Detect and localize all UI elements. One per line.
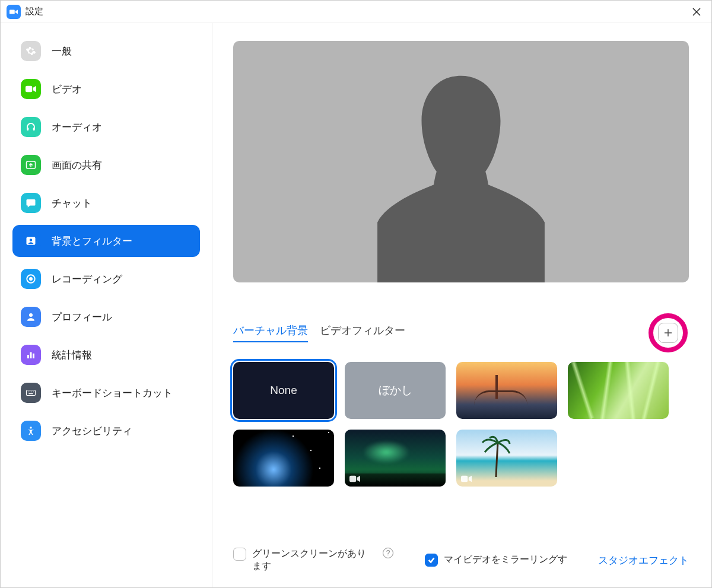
sidebar-item-label: オーディオ bbox=[52, 120, 102, 134]
svg-rect-20 bbox=[28, 393, 33, 395]
svg-point-21 bbox=[30, 427, 31, 428]
sidebar-item-profile[interactable]: プロフィール bbox=[12, 301, 200, 333]
sidebar-item-chat[interactable]: チャット bbox=[12, 187, 200, 219]
sidebar-item-accessibility[interactable]: アクセシビリティ bbox=[12, 415, 200, 447]
mirror-option: マイビデオをミラーリングす bbox=[425, 554, 567, 567]
mirror-checkbox[interactable] bbox=[425, 554, 438, 567]
greenscreen-label: グリーンスクリーンがあります bbox=[252, 548, 374, 573]
svg-rect-24 bbox=[349, 476, 356, 482]
svg-point-19 bbox=[33, 392, 34, 393]
mirror-label: マイビデオをミラーリングす bbox=[444, 554, 567, 566]
svg-point-18 bbox=[31, 392, 33, 393]
tile-label: ぼかし bbox=[379, 383, 412, 398]
video-icon bbox=[461, 475, 472, 483]
headphones-icon bbox=[21, 117, 41, 137]
svg-rect-25 bbox=[461, 476, 468, 482]
close-button[interactable] bbox=[688, 3, 705, 21]
svg-point-16 bbox=[28, 392, 29, 393]
sidebar-item-label: 背景とフィルター bbox=[52, 234, 132, 248]
sidebar-item-video[interactable]: ビデオ bbox=[12, 73, 200, 105]
background-tile-grass[interactable] bbox=[568, 362, 669, 419]
tab-video-filter[interactable]: ビデオフィルター bbox=[320, 323, 405, 342]
greenscreen-option: グリーンスクリーンがあります ? bbox=[233, 548, 393, 573]
titlebar: 設定 bbox=[1, 1, 711, 23]
add-background-highlight bbox=[647, 312, 689, 354]
sidebar-item-keyboard-shortcuts[interactable]: キーボードショートカット bbox=[12, 377, 200, 409]
sidebar-item-label: 画面の共有 bbox=[52, 158, 102, 172]
svg-rect-13 bbox=[30, 352, 32, 359]
stats-icon bbox=[21, 345, 41, 365]
sidebar-item-general[interactable]: 一般 bbox=[12, 35, 200, 67]
background-tile-aurora[interactable] bbox=[345, 430, 446, 487]
video-icon bbox=[349, 475, 360, 483]
tab-virtual-background[interactable]: バーチャル背景 bbox=[233, 323, 308, 342]
background-tile-blur[interactable]: ぼかし bbox=[345, 362, 446, 419]
gear-icon bbox=[21, 41, 41, 61]
video-preview bbox=[233, 41, 689, 282]
svg-rect-4 bbox=[27, 128, 28, 131]
video-icon bbox=[21, 79, 41, 99]
sidebar-item-label: チャット bbox=[52, 196, 92, 210]
sidebar-item-share-screen[interactable]: 画面の共有 bbox=[12, 149, 200, 181]
record-icon bbox=[21, 269, 41, 289]
greenscreen-checkbox[interactable] bbox=[233, 548, 246, 561]
svg-rect-3 bbox=[26, 86, 32, 93]
sidebar-item-label: アクセシビリティ bbox=[52, 424, 132, 438]
keyboard-icon bbox=[21, 383, 41, 403]
background-grid: None ぼかし bbox=[233, 362, 691, 487]
svg-rect-0 bbox=[9, 9, 15, 14]
sidebar-item-label: レコーディング bbox=[52, 272, 122, 286]
sidebar-item-label: キーボードショートカット bbox=[52, 386, 173, 400]
svg-rect-12 bbox=[27, 355, 29, 358]
sidebar-item-label: 一般 bbox=[52, 45, 72, 58]
svg-rect-14 bbox=[33, 354, 34, 358]
share-screen-icon bbox=[21, 155, 41, 175]
background-tile-beach[interactable] bbox=[456, 430, 557, 487]
person-icon bbox=[21, 231, 41, 251]
window-title: 設定 bbox=[26, 6, 43, 17]
avatar-silhouette bbox=[366, 57, 556, 282]
settings-window: 設定 一般 ビデオ オーディオ bbox=[0, 0, 712, 588]
app-icon bbox=[7, 5, 21, 19]
tabs: バーチャル背景 ビデオフィルター bbox=[233, 323, 405, 342]
background-tile-none[interactable]: None bbox=[233, 362, 334, 419]
sidebar-item-recording[interactable]: レコーディング bbox=[12, 263, 200, 295]
profile-icon bbox=[21, 307, 41, 327]
chat-icon bbox=[21, 193, 41, 213]
svg-point-10 bbox=[29, 277, 33, 281]
sidebar-item-label: プロフィール bbox=[52, 310, 112, 324]
accessibility-icon bbox=[21, 421, 41, 441]
sidebar: 一般 ビデオ オーディオ 画面の共有 bbox=[1, 23, 212, 587]
svg-point-11 bbox=[29, 313, 33, 317]
svg-point-8 bbox=[30, 239, 33, 241]
background-tile-earth[interactable] bbox=[233, 430, 334, 487]
tile-label: None bbox=[270, 384, 297, 397]
sidebar-item-background-filters[interactable]: 背景とフィルター bbox=[12, 225, 200, 257]
svg-rect-15 bbox=[27, 390, 36, 396]
sidebar-item-label: ビデオ bbox=[52, 82, 82, 96]
sidebar-item-statistics[interactable]: 統計情報 bbox=[12, 339, 200, 371]
help-icon[interactable]: ? bbox=[383, 548, 393, 558]
svg-rect-5 bbox=[33, 128, 35, 131]
svg-point-17 bbox=[30, 392, 31, 393]
sidebar-item-label: 統計情報 bbox=[52, 348, 92, 362]
sidebar-item-audio[interactable]: オーディオ bbox=[12, 111, 200, 143]
palm-tree bbox=[481, 436, 511, 477]
background-tile-bridge[interactable] bbox=[456, 362, 557, 419]
main-content: バーチャル背景 ビデオフィルター None ぼかし bbox=[212, 23, 711, 587]
studio-effects-link[interactable]: スタジオエフェクト bbox=[598, 554, 689, 567]
